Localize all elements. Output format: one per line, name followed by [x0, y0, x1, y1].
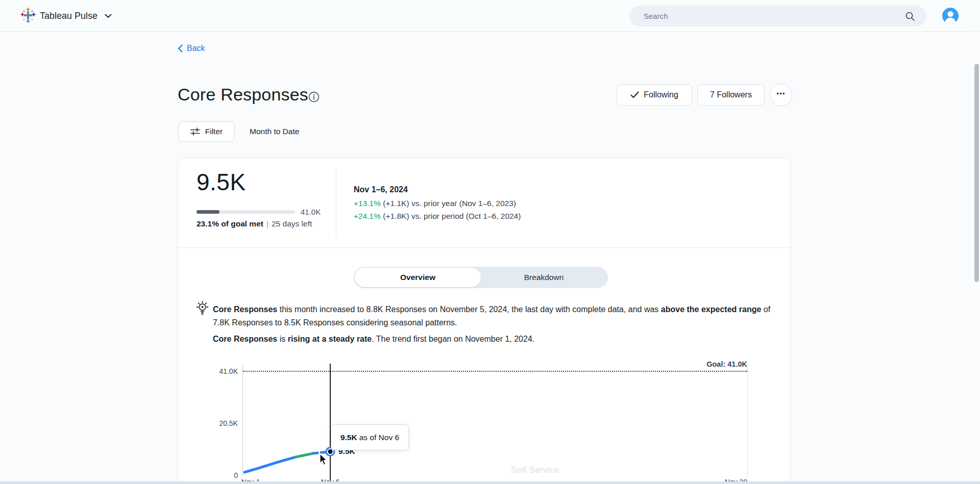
cursor-icon [319, 453, 328, 466]
goal-progress-fill [197, 210, 219, 214]
following-label: Following [644, 90, 678, 99]
tooltip-value: 9.5K [340, 433, 357, 442]
period-label: Month to Date [250, 127, 299, 136]
insight-text: Core Responses this month increased to 8… [213, 303, 774, 346]
tooltip-text: as of Nov 6 [359, 433, 399, 442]
ellipsis-icon: ⋯ [776, 88, 786, 99]
yoy-rest: (+1.1K) vs. prior year (Nov 1–6, 2023) [381, 199, 516, 208]
scrollbar-thumb[interactable] [974, 64, 979, 282]
search-icon[interactable] [905, 11, 915, 21]
filter-row: Filter Month to Date [178, 121, 299, 142]
chart-tooltip: 9.5K as of Nov 6 [331, 424, 409, 450]
goal-progress-bar [197, 210, 295, 214]
goal-status-line: 23.1% of goal met|25 days left [197, 219, 312, 228]
pop-rest: (+1.8K) vs. prior period (Oct 1–6, 2024) [381, 212, 521, 220]
window-bottom-edge [0, 481, 980, 484]
page-title: Core Responses [178, 85, 308, 105]
tableau-pulse-page: Tableau Pulse Search Back Core Responses… [0, 0, 980, 484]
avatar[interactable] [942, 8, 959, 24]
tableau-logo-icon [20, 8, 36, 23]
yoy-comparison: +13.1% (+1.1K) vs. prior year (Nov 1–6, … [354, 199, 521, 208]
back-label: Back [187, 44, 205, 53]
info-icon[interactable] [308, 91, 320, 103]
check-icon [630, 91, 639, 98]
search-placeholder: Search [644, 12, 905, 20]
tab-bar: Overview Breakdown [354, 267, 608, 288]
chevron-down-icon [105, 14, 112, 18]
filter-button[interactable]: Filter [178, 121, 235, 142]
insight-paragraph-2: Core Responses is rising at a steady rat… [213, 333, 774, 346]
more-button[interactable]: ⋯ [770, 84, 792, 106]
vertical-divider [336, 169, 336, 237]
followers-label: 7 Followers [710, 90, 752, 99]
back-link[interactable]: Back [178, 44, 205, 53]
insight-icon [195, 301, 209, 316]
comparison-block: Nov 1–6, 2024 +13.1% (+1.1K) vs. prior y… [354, 185, 521, 224]
pop-percent: +24.1% [354, 212, 381, 220]
pop-comparison: +24.1% (+1.8K) vs. prior period (Oct 1–6… [354, 212, 521, 221]
topbar: Tableau Pulse Search [0, 0, 980, 32]
trend-chart[interactable]: 41.0K 20.5K 0 Goal: 41.0K 9.5K 9.5K as o… [178, 358, 791, 484]
followers-button[interactable]: 7 Followers [697, 84, 765, 106]
filter-sliders-icon [190, 128, 200, 136]
date-range: Nov 1–6, 2024 [354, 185, 521, 194]
insight-paragraph-1: Core Responses this month increased to 8… [213, 303, 774, 329]
app-switcher[interactable]: Tableau Pulse [40, 0, 112, 32]
tab-breakdown[interactable]: Breakdown [481, 268, 607, 287]
back-chevron-icon [178, 44, 183, 53]
search-input[interactable]: Search [629, 6, 926, 27]
metric-card: 9.5K 41.0K 23.1% of goal met|25 days lef… [178, 158, 791, 484]
trend-line-svg[interactable] [178, 358, 791, 484]
goal-value: 41.0K [301, 208, 321, 216]
yoy-percent: +13.1% [354, 199, 381, 208]
following-button[interactable]: Following [617, 84, 692, 106]
metric-value: 9.5K [197, 168, 246, 196]
filter-label: Filter [205, 127, 223, 136]
separator: | [263, 219, 272, 228]
card-divider [178, 247, 790, 248]
app-name: Tableau Pulse [40, 11, 97, 21]
goal-met-label: 23.1% of goal met [197, 219, 263, 228]
tab-overview[interactable]: Overview [355, 268, 481, 287]
days-left-label: 25 days left [272, 219, 312, 228]
header-actions: Following 7 Followers ⋯ [617, 84, 792, 106]
